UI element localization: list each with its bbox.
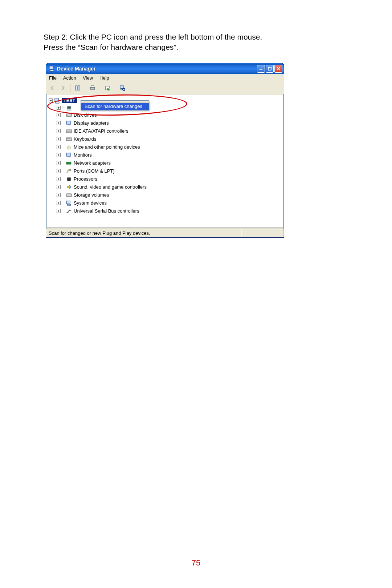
sound-controller-icon xyxy=(66,184,72,190)
device-icon: 💻 xyxy=(66,105,72,111)
properties-icon[interactable] xyxy=(73,84,82,92)
svg-rect-15 xyxy=(56,102,59,103)
ports-icon xyxy=(66,168,72,174)
tree-node[interactable]: + Processors xyxy=(48,175,282,183)
forward-button xyxy=(58,84,67,92)
svg-rect-28 xyxy=(66,153,71,156)
svg-rect-3 xyxy=(268,67,271,70)
tree-node[interactable]: + Storage volumes xyxy=(48,191,282,199)
expand-icon[interactable]: + xyxy=(57,185,61,189)
collapse-icon[interactable]: − xyxy=(49,98,53,102)
context-menu-scan-hardware[interactable]: Scan for hardware changes xyxy=(81,103,149,110)
print-icon[interactable] xyxy=(88,84,97,92)
toolbar-separator xyxy=(70,84,70,92)
svg-point-41 xyxy=(67,212,68,213)
node-label: Network adapters xyxy=(74,160,111,166)
svg-rect-39 xyxy=(66,201,70,204)
node-label: Universal Serial Bus controllers xyxy=(74,208,139,214)
app-icon xyxy=(49,66,55,72)
expand-icon[interactable]: + xyxy=(57,106,61,110)
minimize-button[interactable] xyxy=(257,65,265,73)
computer-icon xyxy=(54,98,61,104)
tree-node[interactable]: + Keyboards xyxy=(48,135,282,143)
menu-file[interactable]: File xyxy=(49,75,57,81)
ide-controller-icon xyxy=(66,128,72,134)
toolbar xyxy=(46,82,284,94)
close-button[interactable] xyxy=(274,65,282,73)
expand-icon[interactable]: + xyxy=(57,201,61,205)
network-adapter-icon xyxy=(66,160,72,166)
expand-icon[interactable]: + xyxy=(57,153,61,157)
mouse-icon xyxy=(66,144,72,150)
expand-icon[interactable]: + xyxy=(57,161,61,165)
svg-rect-18 xyxy=(66,121,71,124)
tree-node[interactable]: + Display adapters xyxy=(48,119,282,127)
titlebar[interactable]: Device Manager xyxy=(46,63,284,74)
node-label: Storage volumes xyxy=(74,192,109,198)
tree-node[interactable]: + IDE ATA/ATAPI controllers xyxy=(48,127,282,135)
node-label: Keyboards xyxy=(74,136,96,142)
tree-node[interactable]: + System devices xyxy=(48,199,282,207)
tree-node[interactable]: + Monitors xyxy=(48,151,282,159)
instruction-line-1: Step 2: Click the PC icon and press the … xyxy=(44,33,262,41)
svg-rect-1 xyxy=(50,70,54,71)
tree-node[interactable]: + Mice and other pointing devices xyxy=(48,143,282,151)
svg-rect-19 xyxy=(68,125,70,125)
statusbar-pane xyxy=(241,229,284,237)
svg-rect-5 xyxy=(78,86,80,90)
tree-node[interactable]: + Universal Serial Bus controllers xyxy=(48,207,282,215)
expand-icon[interactable]: + xyxy=(57,129,61,133)
node-label: Mice and other pointing devices xyxy=(74,144,140,150)
svg-point-17 xyxy=(67,115,68,116)
expand-icon[interactable]: + xyxy=(57,193,61,197)
toolbar-separator xyxy=(115,84,115,92)
expand-icon[interactable]: + xyxy=(57,113,61,117)
menu-action[interactable]: Action xyxy=(63,75,76,81)
display-adapter-icon xyxy=(66,120,72,126)
keyboard-icon xyxy=(66,136,72,142)
svg-rect-31 xyxy=(71,162,72,164)
tree-node[interactable]: + Network adapters xyxy=(48,159,282,167)
expand-icon[interactable]: + xyxy=(57,209,61,213)
expand-icon[interactable]: + xyxy=(57,121,61,125)
expand-icon[interactable]: + xyxy=(57,169,61,173)
svg-point-32 xyxy=(70,169,71,171)
storage-volume-icon xyxy=(66,192,72,198)
window-title: Device Manager xyxy=(57,66,257,72)
device-tree[interactable]: − TEST + 💻 Scan for hardware changes xyxy=(47,95,283,228)
expand-icon[interactable]: + xyxy=(57,137,61,141)
svg-rect-14 xyxy=(55,98,58,101)
disk-drive-icon xyxy=(66,112,72,118)
statusbar: Scan for changed or new Plug and Play de… xyxy=(46,229,284,237)
node-label: Sound, video and game controllers xyxy=(74,184,147,190)
maximize-button[interactable] xyxy=(266,65,274,73)
menu-help[interactable]: Help xyxy=(99,75,109,81)
instruction-line-2: Press the “Scan for hardware changes”. xyxy=(44,43,178,51)
expand-icon[interactable]: + xyxy=(57,145,61,149)
node-label: Processors xyxy=(74,176,97,182)
tree-node[interactable]: + Ports (COM & LPT) xyxy=(48,167,282,175)
device-manager-window: Device Manager File Action View Help xyxy=(46,63,284,238)
system-device-icon xyxy=(66,200,72,206)
svg-rect-24 xyxy=(68,138,69,139)
svg-rect-10 xyxy=(120,86,123,88)
tree-node[interactable]: + Disk drives xyxy=(48,111,282,119)
svg-rect-2 xyxy=(260,69,262,70)
svg-rect-23 xyxy=(67,138,68,139)
node-label: Monitors xyxy=(74,152,92,158)
root-label: TEST xyxy=(62,98,77,103)
tree-node[interactable]: + Sound, video and game controllers xyxy=(48,183,282,191)
svg-rect-30 xyxy=(66,162,71,164)
expand-icon[interactable]: + xyxy=(57,177,61,181)
menubar: File Action View Help xyxy=(46,74,284,82)
statusbar-text: Scan for changed or new Plug and Play de… xyxy=(46,229,241,237)
svg-rect-21 xyxy=(67,130,71,132)
usb-controller-icon xyxy=(66,208,72,214)
menu-view[interactable]: View xyxy=(83,75,93,81)
scan-hardware-icon[interactable] xyxy=(118,84,127,92)
refresh-icon[interactable] xyxy=(103,84,112,92)
svg-rect-40 xyxy=(67,204,71,205)
node-label: Disk drives xyxy=(74,112,97,118)
instruction-text: Step 2: Click the PC icon and press the … xyxy=(44,32,348,53)
toolbar-separator xyxy=(100,84,100,92)
